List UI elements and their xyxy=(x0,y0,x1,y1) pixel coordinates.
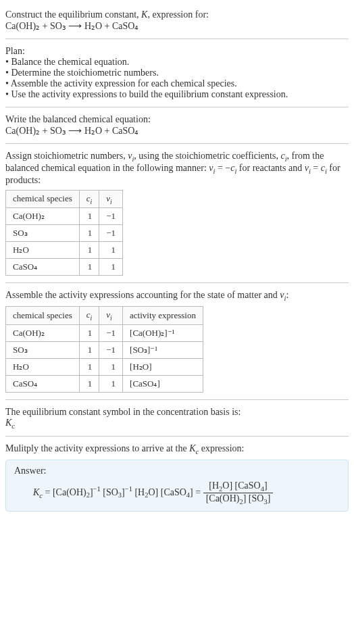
divider xyxy=(5,107,349,107)
fraction: [H2O] [CaSO4] [Ca(OH)2] [SO3] xyxy=(203,480,274,505)
cell-v: 1 xyxy=(99,375,123,392)
cell-expr: [H₂O] xyxy=(123,358,203,375)
plan-step: • Determine the stoichiometric numbers. xyxy=(5,68,349,78)
table-row: SO₃ 1 −1 [SO₃]⁻¹ xyxy=(6,341,203,358)
balanced-section: Write the balanced chemical equation: Ca… xyxy=(5,114,349,137)
table-row: Ca(OH)₂ 1 −1 xyxy=(6,208,123,225)
table-row: Ca(OH)₂ 1 −1 [Ca(OH)₂]⁻¹ xyxy=(6,324,203,341)
balanced-intro: Write the balanced chemical equation: xyxy=(5,114,349,125)
cell-v: −1 xyxy=(99,324,123,341)
cell-species: CaSO₄ xyxy=(6,259,80,276)
prompt-line1: Construct the equilibrium constant, K, e… xyxy=(5,9,349,20)
cell-species: H₂O xyxy=(6,242,80,259)
cell-v: 1 xyxy=(99,358,123,375)
balanced-equation: Ca(OH)₂ + SO₃ ⟶ H₂O + CaSO₄ xyxy=(5,125,349,137)
col-species: chemical species xyxy=(6,306,80,324)
col-c: ci xyxy=(79,190,99,208)
col-expr: activity expression xyxy=(123,306,203,324)
activity-section: Assemble the activity expressions accoun… xyxy=(5,290,349,392)
cell-v: −1 xyxy=(99,225,123,242)
answer-label: Answer: xyxy=(14,466,340,476)
table-header-row: chemical species ci νi xyxy=(6,190,123,208)
cell-c: 1 xyxy=(79,225,99,242)
multiply-section: Mulitply the activity expressions to arr… xyxy=(5,443,349,511)
plan-step: • Assemble the activity expression for e… xyxy=(5,78,349,89)
table-row: CaSO₄ 1 1 xyxy=(6,259,123,276)
fraction-denominator: [Ca(OH)2] [SO3] xyxy=(203,493,274,505)
table-row: CaSO₄ 1 1 [CaSO₄] xyxy=(6,375,203,392)
cell-v: 1 xyxy=(99,259,123,276)
cell-c: 1 xyxy=(79,375,99,392)
cell-species: SO₃ xyxy=(6,225,80,242)
plan-step: • Balance the chemical equation. xyxy=(5,57,349,68)
divider xyxy=(5,143,349,144)
divider xyxy=(5,282,349,283)
symbol-line1: The equilibrium constant symbol in the c… xyxy=(5,407,349,418)
cell-c: 1 xyxy=(79,208,99,225)
cell-v: −1 xyxy=(99,341,123,358)
fraction-numerator: [H2O] [CaSO4] xyxy=(203,480,274,493)
cell-species: CaSO₄ xyxy=(6,375,80,392)
plan-title: Plan: xyxy=(5,46,349,57)
multiply-intro: Mulitply the activity expressions to arr… xyxy=(5,443,349,455)
table-row: H₂O 1 1 [H₂O] xyxy=(6,358,203,375)
cell-c: 1 xyxy=(79,341,99,358)
divider xyxy=(5,39,349,39)
table-header-row: chemical species ci νi activity expressi… xyxy=(6,306,203,324)
prompt-equation: Ca(OH)₂ + SO₃ ⟶ H₂O + CaSO₄ xyxy=(5,20,349,32)
stoich-intro: Assign stoichiometric numbers, νi, using… xyxy=(5,151,349,186)
cell-v: −1 xyxy=(99,208,123,225)
answer-expression: Kc = [Ca(OH)2]−1 [SO3]−1 [H2O] [CaSO4] =… xyxy=(33,480,340,505)
cell-species: SO₃ xyxy=(6,341,80,358)
symbol-line2: Kc xyxy=(5,418,349,430)
cell-c: 1 xyxy=(79,358,99,375)
plan-section: Plan: • Balance the chemical equation. •… xyxy=(5,46,349,100)
divider xyxy=(5,436,349,437)
col-c: ci xyxy=(79,306,99,324)
col-species: chemical species xyxy=(6,190,80,208)
table-row: SO₃ 1 −1 xyxy=(6,225,123,242)
cell-v: 1 xyxy=(99,242,123,259)
col-v: νi xyxy=(99,190,123,208)
cell-expr: [SO₃]⁻¹ xyxy=(123,341,203,358)
activity-intro: Assemble the activity expressions accoun… xyxy=(5,290,349,302)
cell-species: H₂O xyxy=(6,358,80,375)
prompt-header: Construct the equilibrium constant, K, e… xyxy=(5,9,349,32)
divider xyxy=(5,399,349,400)
cell-c: 1 xyxy=(79,259,99,276)
answer-box: Answer: Kc = [Ca(OH)2]−1 [SO3]−1 [H2O] [… xyxy=(5,460,349,512)
activity-table: chemical species ci νi activity expressi… xyxy=(5,306,203,393)
col-v: νi xyxy=(99,306,123,324)
symbol-section: The equilibrium constant symbol in the c… xyxy=(5,407,349,430)
cell-species: Ca(OH)₂ xyxy=(6,208,80,225)
cell-c: 1 xyxy=(79,324,99,341)
stoich-table: chemical species ci νi Ca(OH)₂ 1 −1 SO₃ … xyxy=(5,190,123,276)
plan-step: • Use the activity expressions to build … xyxy=(5,89,349,100)
stoich-section: Assign stoichiometric numbers, νi, using… xyxy=(5,151,349,276)
cell-species: Ca(OH)₂ xyxy=(6,324,80,341)
cell-c: 1 xyxy=(79,242,99,259)
table-row: H₂O 1 1 xyxy=(6,242,123,259)
cell-expr: [CaSO₄] xyxy=(123,375,203,392)
cell-expr: [Ca(OH)₂]⁻¹ xyxy=(123,324,203,341)
